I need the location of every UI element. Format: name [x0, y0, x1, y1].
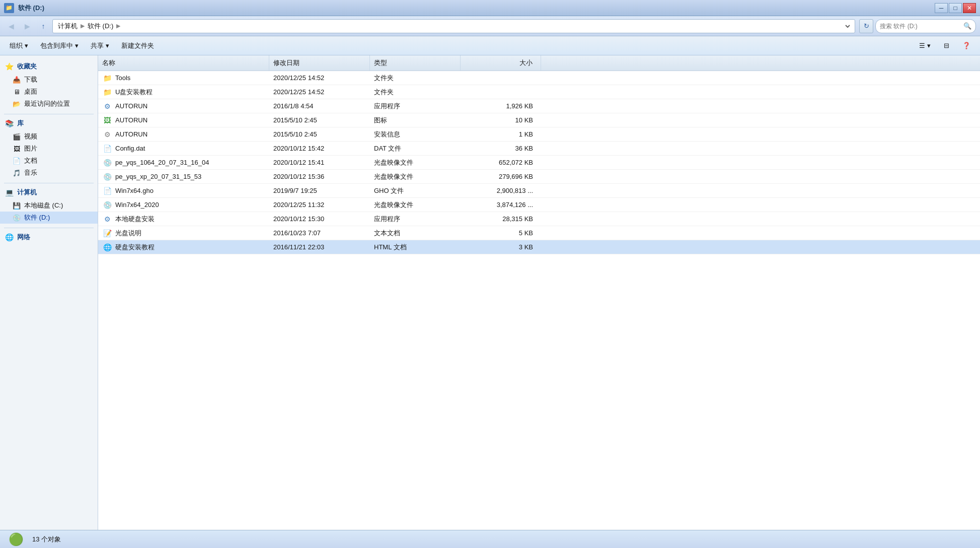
search-icon[interactable]: 🔍 — [963, 22, 971, 30]
table-row[interactable]: 💿 pe_yqs_1064_20_07_31_16_04 2020/10/12 … — [98, 156, 980, 170]
drive-d-icon: 💿 — [12, 213, 21, 222]
table-row[interactable]: 💿 Win7x64_2020 2020/12/25 11:32 光盘映像文件 3… — [98, 198, 980, 212]
sidebar-item-document-label: 文档 — [24, 156, 37, 165]
address-bar[interactable]: 计算机 ▶ 软件 (D:) ▶ — [52, 19, 855, 33]
sidebar-item-music[interactable]: 🎵 音乐 — [0, 167, 98, 179]
file-type-icon: 📁 — [102, 73, 112, 83]
details-button[interactable]: ⊟ — [938, 39, 955, 53]
table-row[interactable]: 🌐 硬盘安装教程 2016/11/21 22:03 HTML 文档 3 KB — [98, 240, 980, 254]
up-button[interactable]: ↑ — [36, 19, 50, 33]
file-name-cell: 📁 Tools — [98, 73, 269, 83]
sidebar-section-header-computer[interactable]: 💻 计算机 — [0, 185, 98, 199]
file-size-cell: 36 KB — [461, 145, 541, 152]
table-row[interactable]: 🖼 AUTORUN 2015/5/10 2:45 图标 10 KB — [98, 113, 980, 127]
breadcrumb-item-computer[interactable]: 计算机 — [56, 21, 80, 32]
search-bar[interactable]: 🔍 — [875, 19, 976, 33]
file-list-body: 📁 Tools 2020/12/25 14:52 文件夹 📁 U盘安装教程 20… — [98, 71, 980, 254]
library-label: 库 — [17, 119, 24, 128]
table-row[interactable]: 💿 pe_yqs_xp_20_07_31_15_53 2020/10/12 15… — [98, 170, 980, 184]
file-name: Win7x64_2020 — [115, 201, 159, 209]
file-list-header: 名称 修改日期 类型 大小 — [98, 55, 980, 71]
sidebar-section-header-favorites[interactable]: ⭐ 收藏夹 — [0, 59, 98, 74]
drive-c-icon: 💾 — [12, 201, 21, 210]
sidebar-section-computer: 💻 计算机 💾 本地磁盘 (C:) 💿 软件 (D:) — [0, 185, 98, 224]
sidebar-item-video-label: 视频 — [24, 132, 37, 141]
organize-button[interactable]: 组织 ▾ — [4, 39, 34, 53]
file-type-cell: 文件夹 — [370, 88, 461, 97]
nav-bar: ◀ ▶ ↑ 计算机 ▶ 软件 (D:) ▶ ↻ 🔍 — [0, 16, 980, 36]
sidebar-section-favorites: ⭐ 收藏夹 📥 下载 🖥 桌面 📂 最近访问的位置 — [0, 59, 98, 110]
sidebar-item-desktop[interactable]: 🖥 桌面 — [0, 86, 98, 98]
file-type-icon: ⚙ — [102, 101, 112, 111]
file-type-icon: 🖼 — [102, 115, 112, 125]
table-row[interactable]: ⚙ 本地硬盘安装 2020/10/12 15:30 应用程序 28,315 KB — [98, 212, 980, 226]
help-button[interactable]: ❓ — [957, 39, 976, 53]
document-icon: 📄 — [12, 156, 21, 165]
table-row[interactable]: 📄 Win7x64.gho 2019/9/7 19:25 GHO 文件 2,90… — [98, 184, 980, 198]
table-row[interactable]: 📁 Tools 2020/12/25 14:52 文件夹 — [98, 71, 980, 85]
file-date-cell: 2020/10/12 15:30 — [269, 215, 370, 223]
table-row[interactable]: ⚙ AUTORUN 2015/5/10 2:45 安装信息 1 KB — [98, 127, 980, 142]
col-header-size[interactable]: 大小 — [461, 55, 541, 71]
recent-icon: 📂 — [12, 99, 21, 108]
file-date-cell: 2016/1/8 4:54 — [269, 102, 370, 110]
sidebar-item-picture[interactable]: 🖼 图片 — [0, 143, 98, 155]
refresh-button[interactable]: ↻ — [859, 19, 873, 33]
maximize-button[interactable]: □ — [949, 3, 962, 13]
breadcrumb-item-drive[interactable]: 软件 (D:) — [86, 21, 115, 32]
address-dropdown[interactable] — [842, 21, 852, 31]
file-date-cell: 2016/10/23 7:07 — [269, 229, 370, 237]
file-type-cell: 光盘映像文件 — [370, 158, 461, 167]
share-button[interactable]: 共享 ▾ — [85, 39, 115, 53]
close-button[interactable]: ✕ — [963, 3, 976, 13]
forward-button[interactable]: ▶ — [20, 19, 34, 33]
file-name: Tools — [115, 74, 130, 82]
status-app-icon: 🟢 — [8, 531, 24, 547]
sidebar-item-document[interactable]: 📄 文档 — [0, 155, 98, 167]
file-type-icon: 📝 — [102, 228, 112, 238]
sidebar-item-drive-c[interactable]: 💾 本地磁盘 (C:) — [0, 199, 98, 212]
file-date-cell: 2015/5/10 2:45 — [269, 130, 370, 138]
sidebar-item-drive-c-label: 本地磁盘 (C:) — [24, 201, 63, 210]
file-name-cell: 📄 Config.dat — [98, 144, 269, 154]
share-label: 共享 — [91, 41, 104, 50]
sidebar-item-recent[interactable]: 📂 最近访问的位置 — [0, 98, 98, 110]
file-date-cell: 2020/10/12 15:36 — [269, 173, 370, 180]
sidebar-item-drive-d[interactable]: 💿 软件 (D:) — [0, 212, 98, 224]
file-name-cell: 📁 U盘安装教程 — [98, 87, 269, 97]
table-row[interactable]: 📄 Config.dat 2020/10/12 15:42 DAT 文件 36 … — [98, 142, 980, 156]
back-button[interactable]: ◀ — [4, 19, 18, 33]
sidebar-item-music-label: 音乐 — [24, 168, 37, 177]
file-name: Config.dat — [115, 145, 145, 152]
sidebar-item-video[interactable]: 🎬 视频 — [0, 130, 98, 143]
file-name-cell: 📄 Win7x64.gho — [98, 186, 269, 196]
window-controls: ─ □ ✕ — [935, 3, 976, 13]
col-header-name[interactable]: 名称 — [98, 55, 269, 71]
search-input[interactable] — [880, 23, 961, 30]
file-type-cell: 应用程序 — [370, 102, 461, 111]
view-options-button[interactable]: ☰ ▾ — [914, 39, 936, 53]
organize-dropdown-icon: ▾ — [25, 42, 28, 49]
include-library-button[interactable]: 包含到库中 ▾ — [35, 39, 84, 53]
file-date-cell: 2020/12/25 14:52 — [269, 88, 370, 96]
file-date-cell: 2020/10/12 15:42 — [269, 145, 370, 152]
table-row[interactable]: 📁 U盘安装教程 2020/12/25 14:52 文件夹 — [98, 85, 980, 99]
file-size-cell: 1 KB — [461, 130, 541, 138]
file-type-cell: 安装信息 — [370, 130, 461, 139]
file-name-cell: 💿 pe_yqs_xp_20_07_31_15_53 — [98, 172, 269, 182]
col-header-date[interactable]: 修改日期 — [269, 55, 370, 71]
new-folder-button[interactable]: 新建文件夹 — [116, 39, 160, 53]
sidebar-section-header-network[interactable]: 🌐 网络 — [0, 230, 98, 244]
file-date-cell: 2016/11/21 22:03 — [269, 243, 370, 251]
divider-1 — [4, 114, 94, 114]
table-row[interactable]: 📝 光盘说明 2016/10/23 7:07 文本文档 5 KB — [98, 226, 980, 240]
col-header-type[interactable]: 类型 — [370, 55, 461, 71]
music-icon: 🎵 — [12, 168, 21, 177]
sidebar-section-header-library[interactable]: 📚 库 — [0, 116, 98, 130]
file-name: 本地硬盘安装 — [115, 215, 155, 224]
table-row[interactable]: ⚙ AUTORUN 2016/1/8 4:54 应用程序 1,926 KB — [98, 99, 980, 113]
file-type-icon: ⚙ — [102, 129, 112, 140]
minimize-button[interactable]: ─ — [935, 3, 948, 13]
file-type-cell: 光盘映像文件 — [370, 200, 461, 210]
sidebar-item-download[interactable]: 📥 下载 — [0, 74, 98, 86]
